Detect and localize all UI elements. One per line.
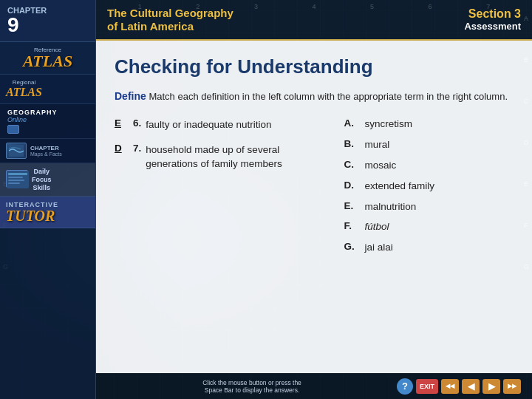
nav-buttons: ? EXIT ◀◀ ◀ ▶ ▶▶ bbox=[397, 378, 521, 395]
last-button[interactable]: ▶▶ bbox=[503, 379, 521, 394]
answer-item-a: A. syncretism bbox=[344, 117, 514, 132]
define-section: Define Match each definition in the left… bbox=[115, 89, 514, 104]
daily-label: Daily bbox=[32, 168, 52, 176]
daily-focus-icon bbox=[6, 170, 28, 188]
answer-item-d: D. extended family bbox=[344, 180, 514, 194]
help-button[interactable]: ? bbox=[397, 378, 413, 395]
exit-button[interactable]: EXIT bbox=[416, 379, 438, 394]
maps-sublabel: Maps & Facts bbox=[30, 151, 62, 157]
geography-label: GEOGRAPHY bbox=[7, 109, 58, 116]
define-instruction: Define Match each definition in the left… bbox=[115, 89, 514, 104]
chapter-maps-label: CHAPTER bbox=[30, 145, 62, 151]
top-bar: The Cultural Geography of Latin America … bbox=[96, 0, 532, 41]
sidebar: CHAPTER 9 Reference ATLAS Regional ATLAS… bbox=[0, 0, 96, 399]
answer-item-g: G. jai alai bbox=[344, 241, 514, 255]
regional-label: Regional bbox=[13, 79, 36, 86]
section-badge: Section 3 Assessment bbox=[464, 7, 521, 32]
lesson-title: The Cultural Geography of Latin America bbox=[107, 7, 233, 33]
answer-item-e: E. malnutrition bbox=[344, 200, 514, 214]
svg-rect-8 bbox=[8, 183, 20, 184]
main-content: Checking for Understanding Define Match … bbox=[96, 41, 532, 373]
sidebar-item-geography-online[interactable]: GEOGRAPHY Online bbox=[0, 104, 95, 139]
page-title: Checking for Understanding bbox=[115, 55, 514, 78]
bottom-bar: Click the mouse button or press the Spac… bbox=[96, 373, 532, 399]
sidebar-item-reference-atlas[interactable]: Reference ATLAS bbox=[0, 42, 95, 75]
sidebar-item-regional-atlas[interactable]: Regional ATLAS bbox=[0, 75, 95, 104]
answer-item-f: F. fútbol bbox=[344, 220, 514, 234]
answer-d-letter: D bbox=[115, 143, 129, 154]
answer-e-letter: E bbox=[115, 117, 129, 129]
tutor-logo: TUTOR bbox=[6, 208, 55, 223]
chapter-box: CHAPTER 9 bbox=[0, 0, 95, 42]
online-icon bbox=[7, 125, 19, 134]
left-column: E 6. faulty or inadequate nutrition D 7.… bbox=[115, 117, 322, 262]
next-button[interactable]: ▶ bbox=[482, 379, 500, 394]
right-column: A. syncretism B. mural C. mosaic D. exte… bbox=[337, 117, 514, 262]
skills-label: Skills bbox=[32, 184, 52, 192]
sidebar-item-chapter-maps[interactable]: CHAPTER Maps & Facts bbox=[0, 139, 95, 163]
section-number: Section 3 bbox=[464, 7, 521, 21]
chapter-number: 9 bbox=[7, 15, 88, 35]
first-button[interactable]: ◀◀ bbox=[441, 379, 459, 394]
focus-label: Focus bbox=[32, 176, 52, 184]
answer-item-c: C. mosaic bbox=[344, 159, 514, 173]
svg-rect-6 bbox=[8, 177, 23, 178]
answer-item-b: B. mural bbox=[344, 138, 514, 152]
bottom-instructions: Click the mouse button or press the Spac… bbox=[107, 379, 397, 394]
prev-button[interactable]: ◀ bbox=[462, 379, 480, 394]
define-keyword: Define bbox=[115, 90, 146, 102]
question-row: E 6. faulty or inadequate nutrition bbox=[115, 117, 322, 132]
question-row: D 7. household made up of several genera… bbox=[115, 143, 322, 171]
map-icon bbox=[6, 143, 27, 159]
chapter-label: CHAPTER bbox=[7, 6, 88, 15]
questions-area: E 6. faulty or inadequate nutrition D 7.… bbox=[115, 117, 514, 262]
svg-rect-7 bbox=[8, 180, 24, 181]
svg-rect-5 bbox=[8, 173, 27, 175]
sidebar-item-daily-focus[interactable]: Daily Focus Skills bbox=[0, 163, 95, 197]
online-label: Online bbox=[7, 116, 27, 123]
sidebar-item-interactive-tutor[interactable]: Interactive TUTOR bbox=[0, 197, 95, 228]
regional-atlas-logo: ATLAS bbox=[6, 86, 42, 99]
assessment-label: Assessment bbox=[464, 21, 521, 32]
atlas-logo: ATLAS bbox=[23, 53, 72, 69]
